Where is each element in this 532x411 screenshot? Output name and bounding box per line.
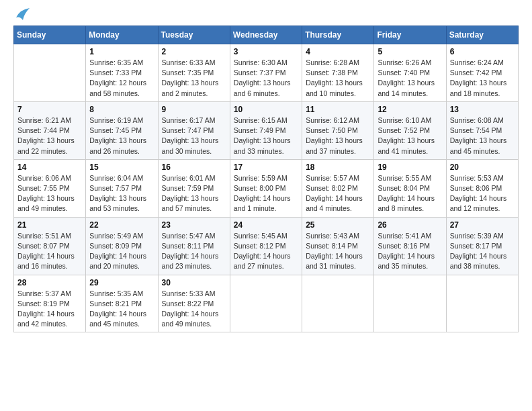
calendar-cell: 24Sunrise: 5:45 AM Sunset: 8:12 PM Dayli…: [230, 217, 302, 275]
calendar-cell: 11Sunrise: 6:12 AM Sunset: 7:50 PM Dayli…: [302, 101, 374, 159]
day-info: Sunrise: 6:24 AM Sunset: 7:42 PM Dayligh…: [450, 58, 515, 99]
calendar-cell: 12Sunrise: 6:10 AM Sunset: 7:52 PM Dayli…: [374, 101, 446, 159]
day-info: Sunrise: 6:15 AM Sunset: 7:49 PM Dayligh…: [234, 116, 298, 156]
day-info: Sunrise: 6:01 AM Sunset: 7:59 PM Dayligh…: [162, 173, 226, 214]
day-info: Sunrise: 5:55 AM Sunset: 8:04 PM Dayligh…: [378, 173, 442, 214]
calendar-header-monday: Monday: [86, 26, 158, 44]
day-number: 17: [234, 163, 298, 172]
day-info: Sunrise: 6:17 AM Sunset: 7:47 PM Dayligh…: [162, 116, 226, 156]
calendar-cell: 13Sunrise: 6:08 AM Sunset: 7:54 PM Dayli…: [446, 101, 518, 159]
day-number: 16: [162, 163, 226, 172]
day-info: Sunrise: 6:30 AM Sunset: 7:37 PM Dayligh…: [234, 58, 298, 99]
day-info: Sunrise: 5:43 AM Sunset: 8:14 PM Dayligh…: [306, 231, 370, 272]
day-info: Sunrise: 5:53 AM Sunset: 8:06 PM Dayligh…: [450, 173, 515, 214]
day-number: 18: [306, 163, 370, 172]
day-info: Sunrise: 6:08 AM Sunset: 7:54 PM Dayligh…: [450, 116, 515, 156]
day-number: 14: [17, 163, 82, 172]
day-info: Sunrise: 5:39 AM Sunset: 8:17 PM Dayligh…: [450, 231, 515, 272]
calendar-cell: 15Sunrise: 6:04 AM Sunset: 7:57 PM Dayli…: [86, 159, 158, 217]
calendar-cell: 29Sunrise: 5:35 AM Sunset: 8:21 PM Dayli…: [86, 275, 158, 332]
logo-bird-icon: [15, 8, 30, 20]
calendar-cell: 17Sunrise: 5:59 AM Sunset: 8:00 PM Dayli…: [230, 159, 302, 217]
day-info: Sunrise: 5:35 AM Sunset: 8:21 PM Dayligh…: [89, 289, 154, 330]
calendar-cell: 22Sunrise: 5:49 AM Sunset: 8:09 PM Dayli…: [86, 217, 158, 275]
calendar-cell: 18Sunrise: 5:57 AM Sunset: 8:02 PM Dayli…: [302, 159, 374, 217]
calendar-cell: [374, 275, 446, 332]
day-number: 6: [450, 47, 515, 56]
day-number: 12: [378, 105, 442, 114]
day-number: 26: [378, 220, 442, 230]
calendar-cell: 10Sunrise: 6:15 AM Sunset: 7:49 PM Dayli…: [230, 101, 302, 159]
day-info: Sunrise: 6:26 AM Sunset: 7:40 PM Dayligh…: [378, 58, 442, 99]
calendar-cell: 27Sunrise: 5:39 AM Sunset: 8:17 PM Dayli…: [446, 217, 518, 275]
calendar-cell: [446, 275, 518, 332]
calendar-table: SundayMondayTuesdayWednesdayThursdayFrid…: [13, 26, 519, 332]
calendar-header-sunday: Sunday: [14, 26, 86, 44]
day-number: 30: [162, 278, 226, 287]
day-number: 22: [89, 220, 154, 230]
day-number: 21: [17, 220, 82, 230]
calendar-cell: 20Sunrise: 5:53 AM Sunset: 8:06 PM Dayli…: [446, 159, 518, 217]
day-info: Sunrise: 6:19 AM Sunset: 7:45 PM Dayligh…: [89, 116, 154, 156]
calendar-cell: 25Sunrise: 5:43 AM Sunset: 8:14 PM Dayli…: [302, 217, 374, 275]
day-number: 27: [450, 220, 515, 230]
day-number: 29: [89, 278, 154, 287]
calendar-cell: 14Sunrise: 6:06 AM Sunset: 7:55 PM Dayli…: [14, 159, 86, 217]
day-info: Sunrise: 5:47 AM Sunset: 8:11 PM Dayligh…: [162, 231, 226, 272]
day-info: Sunrise: 6:35 AM Sunset: 7:33 PM Dayligh…: [89, 58, 154, 99]
calendar-header-saturday: Saturday: [446, 26, 518, 44]
calendar-cell: 16Sunrise: 6:01 AM Sunset: 7:59 PM Dayli…: [158, 159, 230, 217]
day-info: Sunrise: 6:06 AM Sunset: 7:55 PM Dayligh…: [17, 173, 82, 214]
calendar-cell: 21Sunrise: 5:51 AM Sunset: 8:07 PM Dayli…: [14, 217, 86, 275]
day-number: 3: [234, 47, 298, 56]
day-number: 25: [306, 220, 370, 230]
day-number: 5: [378, 47, 442, 56]
day-number: 19: [378, 163, 442, 172]
day-info: Sunrise: 5:45 AM Sunset: 8:12 PM Dayligh…: [234, 231, 298, 272]
day-info: Sunrise: 5:41 AM Sunset: 8:16 PM Dayligh…: [378, 231, 442, 272]
calendar-header-thursday: Thursday: [302, 26, 374, 44]
day-number: 9: [162, 105, 226, 114]
page-header: [13, 13, 519, 20]
calendar-cell: 28Sunrise: 5:37 AM Sunset: 8:19 PM Dayli…: [14, 275, 86, 332]
calendar-cell: 3Sunrise: 6:30 AM Sunset: 7:37 PM Daylig…: [230, 44, 302, 102]
day-number: 28: [17, 278, 82, 287]
day-number: 2: [162, 47, 226, 56]
day-info: Sunrise: 5:37 AM Sunset: 8:19 PM Dayligh…: [17, 289, 82, 330]
day-number: 23: [162, 220, 226, 230]
calendar-cell: 7Sunrise: 6:21 AM Sunset: 7:44 PM Daylig…: [14, 101, 86, 159]
calendar-cell: 6Sunrise: 6:24 AM Sunset: 7:42 PM Daylig…: [446, 44, 518, 102]
calendar-cell: 23Sunrise: 5:47 AM Sunset: 8:11 PM Dayli…: [158, 217, 230, 275]
day-number: 24: [234, 220, 298, 230]
calendar-cell: 30Sunrise: 5:33 AM Sunset: 8:22 PM Dayli…: [158, 275, 230, 332]
day-info: Sunrise: 5:49 AM Sunset: 8:09 PM Dayligh…: [89, 231, 154, 272]
calendar-cell: 5Sunrise: 6:26 AM Sunset: 7:40 PM Daylig…: [374, 44, 446, 102]
calendar-header-tuesday: Tuesday: [158, 26, 230, 44]
calendar-header-wednesday: Wednesday: [230, 26, 302, 44]
day-number: 1: [89, 47, 154, 56]
day-info: Sunrise: 5:33 AM Sunset: 8:22 PM Dayligh…: [162, 289, 226, 330]
day-number: 13: [450, 105, 515, 114]
calendar-cell: 2Sunrise: 6:33 AM Sunset: 7:35 PM Daylig…: [158, 44, 230, 102]
calendar-cell: 19Sunrise: 5:55 AM Sunset: 8:04 PM Dayli…: [374, 159, 446, 217]
calendar-cell: 9Sunrise: 6:17 AM Sunset: 7:47 PM Daylig…: [158, 101, 230, 159]
day-info: Sunrise: 6:04 AM Sunset: 7:57 PM Dayligh…: [89, 173, 154, 214]
day-number: 20: [450, 163, 515, 172]
calendar-cell: [230, 275, 302, 332]
day-number: 10: [234, 105, 298, 114]
day-info: Sunrise: 5:51 AM Sunset: 8:07 PM Dayligh…: [17, 231, 82, 272]
calendar-cell: 26Sunrise: 5:41 AM Sunset: 8:16 PM Dayli…: [374, 217, 446, 275]
calendar-cell: 4Sunrise: 6:28 AM Sunset: 7:38 PM Daylig…: [302, 44, 374, 102]
calendar-cell: 8Sunrise: 6:19 AM Sunset: 7:45 PM Daylig…: [86, 101, 158, 159]
day-number: 15: [89, 163, 154, 172]
day-number: 7: [17, 105, 82, 114]
calendar-cell: 1Sunrise: 6:35 AM Sunset: 7:33 PM Daylig…: [86, 44, 158, 102]
day-info: Sunrise: 6:21 AM Sunset: 7:44 PM Dayligh…: [17, 116, 82, 156]
day-number: 4: [306, 47, 370, 56]
day-number: 11: [306, 105, 370, 114]
calendar-header-friday: Friday: [374, 26, 446, 44]
day-info: Sunrise: 6:10 AM Sunset: 7:52 PM Dayligh…: [378, 116, 442, 156]
day-number: 8: [89, 105, 154, 114]
day-info: Sunrise: 6:28 AM Sunset: 7:38 PM Dayligh…: [306, 58, 370, 99]
day-info: Sunrise: 6:12 AM Sunset: 7:50 PM Dayligh…: [306, 116, 370, 156]
